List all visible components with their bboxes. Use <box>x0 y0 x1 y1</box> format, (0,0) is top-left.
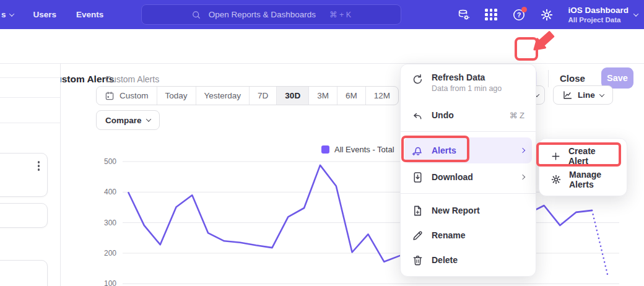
nav-right: ? iOS Dashboard All Project Data <box>456 0 638 29</box>
top-nav: s Users Events Open Reports & Dashboards… <box>0 0 644 29</box>
date-range-30d-selected[interactable]: 30D <box>276 87 308 105</box>
panel-divider <box>0 77 60 78</box>
search-icon <box>191 10 201 20</box>
y-axis-tick: 100 <box>92 279 116 286</box>
panel-divider <box>0 123 60 123</box>
gear-icon <box>550 174 562 185</box>
kebab-menu-icon[interactable] <box>38 161 40 171</box>
apps-grid-icon[interactable] <box>484 8 498 22</box>
submenu-item-create-alert[interactable]: Create Alert <box>543 144 623 168</box>
search-placeholder: Open Reports & Dashboards <box>209 10 316 19</box>
app-window: s Users Events Open Reports & Dashboards… <box>0 0 644 286</box>
pencil-icon <box>412 230 424 241</box>
nav-left: s Users Events <box>1 0 103 29</box>
chevron-down-icon <box>599 92 604 97</box>
date-range-6m[interactable]: 6M <box>337 87 365 105</box>
query-card[interactable] <box>0 153 48 197</box>
refresh-icon <box>412 74 424 85</box>
more-options-menu: Refresh Data Data from 1 min ago Undo ⌘ … <box>400 64 536 277</box>
new-report-icon <box>412 205 424 217</box>
panel-divider <box>0 97 60 98</box>
svg-text:?: ? <box>517 11 521 19</box>
query-card[interactable] <box>0 203 48 228</box>
date-range-today[interactable]: Today <box>157 87 196 105</box>
project-switcher[interactable]: iOS Dashboard All Project Data <box>568 6 638 24</box>
y-axis-tick: 300 <box>92 219 116 227</box>
y-axis-tick: 500 <box>92 157 116 166</box>
menu-divider <box>401 131 536 132</box>
menu-item-undo[interactable]: Undo ⌘ Z <box>404 103 532 128</box>
date-range-control: Custom Today Yesterday 7D 30D 3M 6M 12M <box>96 86 399 105</box>
nav-item-users[interactable]: Users <box>33 10 57 19</box>
menu-item-refresh-data[interactable]: Refresh Data Data from 1 min ago <box>404 69 532 102</box>
y-axis-tick: 400 <box>92 188 116 196</box>
chevron-down-icon <box>9 11 14 16</box>
submenu-item-manage-alerts[interactable]: Manage Alerts <box>543 168 623 191</box>
notification-badge <box>521 7 527 12</box>
header-divider <box>548 70 549 87</box>
nav-item-boards-truncated[interactable]: s <box>1 10 14 19</box>
date-range-12m[interactable]: 12M <box>365 87 398 105</box>
query-card[interactable] <box>0 260 48 286</box>
undo-shortcut: ⌘ Z <box>509 111 524 120</box>
chevron-down-icon <box>146 116 150 121</box>
global-search-input[interactable]: Open Reports & Dashboards ⌘ + K <box>141 4 401 25</box>
y-axis-tick: 200 <box>92 249 116 258</box>
calendar-icon <box>105 91 115 101</box>
plus-icon <box>550 151 561 162</box>
menu-item-alerts[interactable]: Alerts <box>404 137 532 163</box>
menu-item-delete[interactable]: Delete <box>404 248 532 272</box>
download-icon <box>412 171 424 183</box>
breadcrumb: Custom Alerts <box>105 74 159 84</box>
report-header: Custom Alerts Custom Alerts GV Duplicate… <box>0 29 644 64</box>
data-management-icon[interactable] <box>456 8 470 22</box>
menu-item-rename[interactable]: Rename <box>404 223 532 248</box>
search-shortcut: ⌘ + K <box>329 10 351 19</box>
chart-type-button[interactable]: Line <box>553 85 613 105</box>
settings-gear-icon[interactable] <box>540 8 554 22</box>
close-button[interactable]: Close <box>560 73 585 84</box>
date-range-7d[interactable]: 7D <box>249 87 276 105</box>
date-range-custom[interactable]: Custom <box>97 87 157 105</box>
date-range-3m[interactable]: 3M <box>308 87 337 105</box>
chart-legend[interactable]: All Events - Total <box>321 145 394 154</box>
help-icon[interactable]: ? <box>512 8 526 22</box>
left-query-panel <box>0 64 61 286</box>
nav-item-events[interactable]: Events <box>76 10 103 19</box>
refresh-status-text: Data from 1 min ago <box>432 84 502 93</box>
menu-divider <box>401 193 536 194</box>
menu-item-download[interactable]: Download <box>404 165 532 189</box>
chevron-right-icon <box>520 148 525 153</box>
menu-item-new-report[interactable]: New Report <box>404 198 532 223</box>
undo-icon <box>412 110 424 121</box>
trash-icon <box>412 254 424 266</box>
date-range-yesterday[interactable]: Yesterday <box>196 87 250 105</box>
bell-plus-icon <box>412 145 424 157</box>
compare-button[interactable]: Compare <box>96 110 160 130</box>
chevron-right-icon <box>520 175 525 180</box>
legend-swatch <box>321 145 329 154</box>
line-chart-icon <box>562 90 573 100</box>
legend-label: All Events - Total <box>334 145 394 154</box>
nav-item-label: s <box>1 10 6 19</box>
chevron-down-icon <box>633 11 638 16</box>
alerts-submenu: Create Alert Manage Alerts <box>539 138 627 196</box>
project-name: iOS Dashboard <box>568 6 629 15</box>
project-scope: All Project Data <box>568 15 629 24</box>
